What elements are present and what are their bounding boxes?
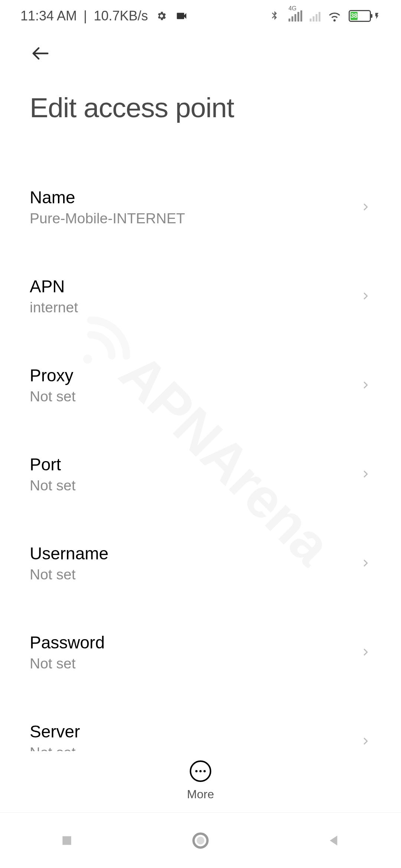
setting-value: Not set (30, 566, 108, 583)
setting-label: Username (30, 543, 108, 563)
status-left: 11:34 AM | 10.7KB/s (20, 8, 188, 24)
setting-label: APN (30, 276, 78, 296)
setting-value: Pure-Mobile-INTERNET (30, 210, 185, 227)
chevron-right-icon (360, 647, 371, 658)
status-right: 4G 38 (268, 9, 381, 23)
setting-label: Password (30, 632, 105, 652)
nav-back-button[interactable] (325, 831, 344, 850)
system-nav-bar (0, 812, 401, 868)
setting-item-apn[interactable]: APN internet (0, 261, 401, 331)
more-button[interactable]: More (187, 760, 214, 801)
back-button[interactable] (30, 42, 52, 65)
status-time: 11:34 AM (20, 8, 77, 24)
setting-item-proxy[interactable]: Proxy Not set (0, 350, 401, 420)
nav-recents-button[interactable] (57, 831, 76, 850)
square-icon (59, 833, 74, 848)
chevron-right-icon (360, 201, 371, 213)
header: Edit access point (0, 27, 401, 131)
setting-value: Not set (30, 655, 105, 672)
chevron-right-icon (360, 468, 371, 480)
signal-secondary-icon (310, 10, 320, 22)
setting-value: internet (30, 299, 78, 316)
bluetooth-icon (268, 9, 281, 23)
signal-4g-icon: 4G (288, 10, 302, 22)
chevron-right-icon (360, 379, 371, 391)
status-bar: 11:34 AM | 10.7KB/s 4G (0, 0, 401, 27)
lightning-icon (373, 10, 381, 22)
gear-icon (155, 9, 168, 23)
arrow-left-icon (30, 43, 51, 64)
svg-rect-0 (62, 836, 71, 845)
setting-value: Not set (30, 477, 76, 494)
svg-point-2 (197, 836, 205, 844)
nav-home-button[interactable] (191, 831, 210, 850)
bottom-action-bar: More (0, 751, 401, 811)
circle-icon (191, 831, 210, 850)
setting-label: Port (30, 454, 76, 474)
chevron-right-icon (360, 736, 371, 747)
chevron-right-icon (360, 558, 371, 569)
triangle-left-icon (327, 833, 342, 848)
network-badge: 4G (288, 5, 296, 12)
setting-item-password[interactable]: Password Not set (0, 617, 401, 687)
video-icon (175, 9, 188, 23)
setting-item-username[interactable]: Username Not set (0, 528, 401, 598)
setting-label: Name (30, 187, 185, 207)
page-title: Edit access point (30, 92, 371, 124)
setting-item-name[interactable]: Name Pure-Mobile-INTERNET (0, 172, 401, 242)
setting-value: Not set (30, 388, 76, 405)
setting-label: Server (30, 721, 80, 742)
wifi-icon (328, 9, 341, 23)
setting-item-port[interactable]: Port Not set (0, 439, 401, 509)
battery-indicator: 38 (349, 10, 381, 22)
more-label: More (187, 788, 214, 801)
more-icon (190, 760, 211, 782)
battery-level: 38 (351, 12, 358, 20)
status-speed: 10.7KB/s (94, 8, 148, 24)
status-separator: | (84, 8, 87, 24)
setting-label: Proxy (30, 365, 76, 385)
chevron-right-icon (360, 290, 371, 302)
